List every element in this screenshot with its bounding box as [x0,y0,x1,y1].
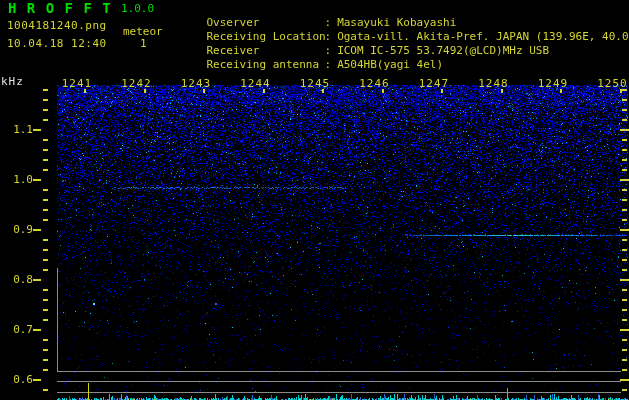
time-axis-label: 1245 [300,77,331,90]
frequency-axis-label: 0.9 [0,223,33,236]
observation-datetime: 10.04.18 12:40 [7,37,107,51]
time-axis-label: 1246 [359,77,390,90]
channel-number: 1 [140,37,147,51]
time-axis-label: 1241 [62,77,93,90]
time-axis-label: 1244 [240,77,271,90]
time-axis-label: 1249 [538,77,569,90]
frequency-unit-label: kHz [1,75,24,89]
app-title: H R O F F T [8,1,112,15]
app-version: 1.0.0 [121,2,154,16]
frequency-axis-label: 1.1 [0,123,33,136]
time-axis-label: 1243 [181,77,212,90]
info-value: A504HB(yagi 4el) [337,58,443,71]
frequency-axis-label: 0.7 [0,323,33,336]
time-axis-label: 1250 [597,77,628,90]
info-label: Receiving antenna [207,58,325,72]
info-separator: : [325,58,332,71]
frequency-axis-label: 1.0 [0,173,33,186]
frequency-axis-label: 0.6 [0,373,33,386]
time-axis-label: 1247 [419,77,450,90]
frequency-axis-label: 0.8 [0,273,33,286]
time-axis-label: 1248 [478,77,509,90]
time-axis-label: 1242 [121,77,152,90]
output-filename: 1004181240.png [7,19,107,33]
hrofft-output-image: H R O F F T 1.0.0 1004181240.png meteor … [0,0,629,400]
